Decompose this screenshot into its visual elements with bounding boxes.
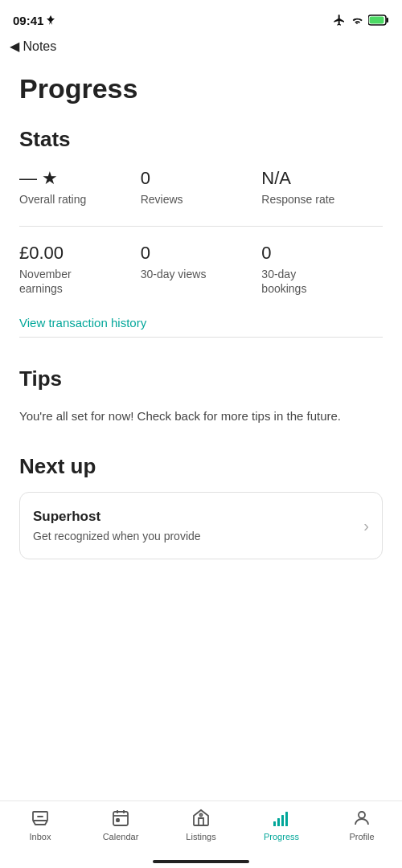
stat-response-rate: N/A Response rate [261, 168, 383, 207]
superhost-card-content: Superhost Get recognized when you provid… [33, 509, 201, 542]
calendar-tab-label: Calendar [103, 832, 139, 841]
listings-icon [191, 808, 211, 829]
earnings-value: £0.00 [19, 243, 141, 264]
reviews-label: Reviews [141, 192, 262, 207]
chevron-right-icon: › [363, 517, 369, 535]
main-content: Progress Stats — ★ Overall rating 0 Revi… [0, 60, 402, 640]
superhost-card-description: Get recognized when you provide [33, 530, 201, 542]
response-rate-value: N/A [261, 168, 383, 189]
inbox-tab-label: Inbox [30, 832, 51, 841]
calendar-icon [110, 808, 131, 829]
stats-divider-2 [19, 337, 383, 338]
bookings-value: 0 [261, 243, 383, 264]
tab-inbox[interactable]: Inbox [16, 808, 64, 841]
battery-icon [368, 14, 389, 26]
profile-icon [351, 808, 372, 829]
svg-point-8 [200, 814, 203, 817]
progress-icon [271, 808, 292, 829]
response-rate-label: Response rate [261, 192, 383, 207]
tab-calendar[interactable]: Calendar [96, 808, 145, 841]
tips-section-title: Tips [19, 366, 383, 391]
superhost-card[interactable]: Superhost Get recognized when you provid… [19, 492, 383, 559]
svg-rect-7 [117, 819, 119, 821]
stats-row-2: £0.00 Novemberearnings 0 30-day views 0 … [19, 243, 383, 296]
stat-overall-rating: — ★ Overall rating [19, 168, 141, 207]
profile-tab-label: Profile [349, 832, 374, 841]
stats-section: Stats — ★ Overall rating 0 Reviews N/A R… [19, 127, 383, 338]
rating-star: ★ [42, 168, 58, 189]
wifi-icon [351, 14, 363, 26]
stat-reviews: 0 Reviews [141, 168, 262, 207]
listings-tab-label: Listings [186, 832, 215, 841]
svg-rect-9 [273, 821, 276, 826]
back-navigation[interactable]: ◀ Notes [0, 35, 402, 60]
airplane-icon [333, 14, 346, 27]
status-icons [333, 14, 389, 27]
overall-rating-label: Overall rating [19, 192, 141, 207]
tab-progress[interactable]: Progress [257, 808, 306, 841]
next-up-title: Next up [19, 454, 383, 479]
back-label[interactable]: ◀ Notes [10, 39, 56, 54]
views-label: 30-day views [141, 267, 262, 281]
home-indicator [153, 860, 249, 863]
stat-views: 0 30-day views [141, 243, 262, 296]
location-icon [47, 15, 55, 25]
status-bar: 09:41 [0, 0, 402, 35]
status-time: 09:41 [13, 14, 55, 27]
tips-section: Tips You're all set for now! Check back … [19, 366, 383, 426]
reviews-value: 0 [141, 168, 262, 189]
svg-point-13 [359, 812, 365, 818]
rating-dash: — [19, 168, 37, 189]
views-value: 0 [141, 243, 262, 264]
next-up-section: Next up Superhost Get recognized when yo… [19, 454, 383, 559]
tips-text: You're all set for now! Check back for m… [19, 407, 383, 426]
stat-bookings: 0 30-daybookings [261, 243, 383, 296]
stats-divider-1 [19, 226, 383, 227]
tab-profile[interactable]: Profile [338, 808, 386, 841]
superhost-card-title: Superhost [33, 509, 201, 525]
bookings-label: 30-daybookings [261, 267, 383, 296]
stats-section-title: Stats [19, 127, 383, 152]
svg-rect-3 [113, 812, 128, 825]
tab-listings[interactable]: Listings [177, 808, 225, 841]
svg-rect-11 [281, 815, 284, 826]
stats-row-1: — ★ Overall rating 0 Reviews N/A Respons… [19, 168, 383, 207]
svg-rect-1 [387, 18, 389, 23]
transaction-history-link[interactable]: View transaction history [19, 316, 146, 330]
inbox-icon [30, 808, 51, 829]
earnings-label: Novemberearnings [19, 267, 141, 296]
tab-bar: Inbox Calendar Listings [0, 800, 402, 868]
svg-rect-2 [370, 17, 384, 24]
svg-rect-12 [285, 812, 288, 826]
stat-earnings: £0.00 Novemberearnings [19, 243, 141, 296]
svg-rect-10 [277, 818, 280, 826]
page-title: Progress [19, 73, 383, 104]
progress-tab-label: Progress [264, 832, 299, 841]
